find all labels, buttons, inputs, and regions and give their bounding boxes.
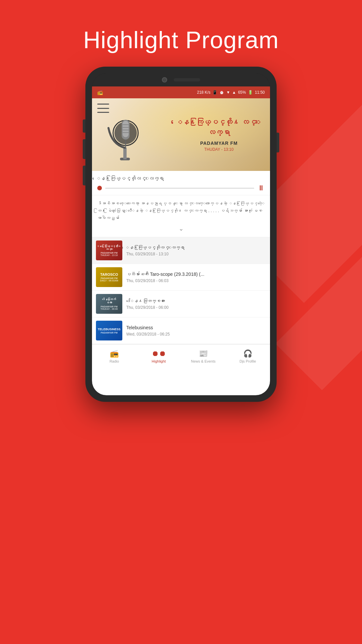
svg-rect-1 bbox=[123, 148, 127, 159]
program-info-4: Telebusiness Wed, 03/28/2018 - 06:25 bbox=[126, 325, 266, 337]
radio-status-icon: 📻 bbox=[97, 90, 103, 95]
volume-up-button bbox=[83, 119, 85, 133]
program-date-3: Thu, 03/29/2018 - 06:00 bbox=[126, 305, 266, 310]
menu-button[interactable] bbox=[97, 104, 109, 113]
thumb-time-1: THUDAY - 13:10 bbox=[101, 254, 118, 256]
thumb-label-4: TELEBUSINESS PADAMYAR FM bbox=[96, 321, 122, 340]
nav-item-news[interactable]: 📰 News & Events bbox=[181, 344, 226, 368]
alarm-icon: ⏰ bbox=[219, 90, 224, 95]
news-nav-icon: 📰 bbox=[199, 349, 208, 358]
program-date-4: Wed, 03/28/2018 - 06:25 bbox=[126, 332, 266, 337]
clock-time: 11:50 bbox=[255, 90, 265, 95]
program-item[interactable]: ေန႔ကြယ္ပြင္တို႔ လင္း PADAMYAR FM THUDAY … bbox=[92, 237, 270, 264]
program-date-1: Thu, 03/29/2018 - 13:10 bbox=[126, 252, 266, 256]
status-right: 218 K/s 📱 ⏰ ▼ ▲ 65% 🔋 11:50 bbox=[197, 90, 265, 95]
program-item[interactable]: TELEBUSINESS PADAMYAR FM Telebusiness We… bbox=[92, 317, 270, 344]
thumb-label-1: ေန႔ကြယ္ပြင္တို႔ လင္း PADAMYAR FM THUDAY … bbox=[96, 241, 122, 260]
hero-station-label: PADAMYAR FM bbox=[174, 141, 263, 146]
battery-icon: 🔋 bbox=[248, 90, 253, 95]
hero-text: ေန႔ကြယ္ပြင္တို႔ လင္းလက္ရာ PADAMYAR FM TH… bbox=[174, 117, 263, 152]
network-speed: 218 K/s bbox=[197, 90, 210, 95]
radio-nav-label: Radio bbox=[109, 359, 119, 363]
djs-nav-icon: 🎧 bbox=[243, 349, 252, 358]
program-thumbnail-4: TELEBUSINESS PADAMYAR FM bbox=[96, 321, 122, 340]
thumb-text-4: TELEBUSINESS bbox=[98, 328, 120, 331]
phone-top-bezel bbox=[92, 73, 270, 86]
program-date-2: Thu, 03/29/2018 - 06:03 bbox=[126, 278, 266, 283]
thumb-text-1: ေန႔ကြယ္ပြင္တို႔ လင္း bbox=[97, 245, 121, 251]
radio-nav-icon: 📻 bbox=[110, 349, 119, 358]
progress-bar[interactable] bbox=[105, 188, 254, 189]
thumb-station-4: PADAMYAR FM bbox=[101, 332, 117, 334]
svg-rect-5 bbox=[123, 121, 129, 137]
thumb-label-3: ဒိနေ့အတြက်စကား PADAMYAR FM THUDAY - 06:0… bbox=[96, 294, 122, 314]
program-name-1: ေန႔ကြယ္ပြင္တိုလင္းလက္ရာ bbox=[126, 244, 266, 250]
app-content: ေန႔ကြယ္ပြင္တို႔ လင္းလက္ရာ PADAMYAR FM TH… bbox=[92, 98, 270, 395]
program-name-4: Telebusiness bbox=[126, 325, 266, 331]
bottom-nav: 📻 Radio ⏺⏺ Highlight 📰 News & Events 🎧 D… bbox=[92, 344, 270, 368]
hero-banner: ေန႔ကြယ္ပြင္တို႔ လင္းလက္ရာ PADAMYAR FM TH… bbox=[92, 98, 270, 171]
player-title: ေန႔ကြယ္ပြင္တိုလင္းလက္ရာ bbox=[97, 176, 265, 181]
news-nav-label: News & Events bbox=[191, 359, 216, 363]
nav-item-highlight[interactable]: ⏺⏺ Highlight bbox=[136, 344, 181, 368]
thumb-station-3: PADAMYAR FM bbox=[101, 306, 117, 308]
expand-button[interactable]: ⌄ bbox=[97, 225, 265, 232]
program-thumbnail-2: TAROSCO PADAMYAR FM DAILY - 06:03AM bbox=[96, 267, 122, 287]
power-button bbox=[277, 133, 279, 152]
menu-line-3 bbox=[97, 112, 109, 113]
status-bar: 📻 218 K/s 📱 ⏰ ▼ ▲ 65% 🔋 11:50 bbox=[92, 86, 270, 98]
program-thumbnail-3: ဒိနေ့အတြက်စကား PADAMYAR FM THUDAY - 06:0… bbox=[96, 294, 122, 314]
bg-decoration-2 bbox=[275, 204, 362, 390]
program-thumbnail-1: ေန႔ကြယ္ပြင္တို႔ လင္း PADAMYAR FM THUDAY … bbox=[96, 241, 122, 260]
thumb-label-2: TAROSCO PADAMYAR FM DAILY - 06:03AM bbox=[96, 267, 122, 287]
volume-down-button bbox=[83, 139, 85, 159]
signal-icon: ▲ bbox=[232, 90, 236, 95]
description-text: ဒိအစိအစစ္ေလးကေတာ့ အနပညာရပ္ဝန္းမွာ လင္းလက… bbox=[97, 200, 265, 222]
menu-line-2 bbox=[97, 108, 109, 109]
front-camera bbox=[162, 77, 167, 82]
play-indicator bbox=[97, 186, 102, 190]
program-info-3: ဒိေန႔အတြက္စကားး Thu, 03/29/2018 - 06:00 bbox=[126, 298, 266, 310]
phone-frame: 📻 218 K/s 📱 ⏰ ▼ ▲ 65% 🔋 11:50 bbox=[85, 67, 277, 402]
djs-nav-label: Djs Profile bbox=[239, 359, 256, 363]
status-left: 📻 bbox=[97, 90, 103, 95]
thumb-text-3: ဒိနေ့အတြက်စကား bbox=[102, 298, 116, 305]
player-controls: ⏸ bbox=[97, 184, 265, 192]
program-list: ေန႔ကြယ္ပြင္တို႔ လင္း PADAMYAR FM THUDAY … bbox=[92, 237, 270, 344]
hero-schedule: THUDAY - 13:10 bbox=[174, 147, 263, 152]
program-info-1: ေန႔ကြယ္ပြင္တိုလင္းလက္ရာ Thu, 03/29/2018 … bbox=[126, 244, 266, 256]
program-item[interactable]: TAROSCO PADAMYAR FM DAILY - 06:03AM ပတၱမ… bbox=[92, 264, 270, 291]
program-name-2: ပတၱမ်ားႀကီး Taro-scope (29.3.2018) (... bbox=[126, 271, 266, 277]
pause-button[interactable]: ⏸ bbox=[257, 184, 265, 192]
program-info-2: ပတၱမ်ားႀကီး Taro-scope (29.3.2018) (... … bbox=[126, 271, 266, 283]
phone-screen: 📻 218 K/s 📱 ⏰ ▼ ▲ 65% 🔋 11:50 bbox=[92, 73, 270, 395]
nav-item-djs[interactable]: 🎧 Djs Profile bbox=[226, 344, 270, 368]
hero-myanmar-title: ေန႔ကြယ္ပြင္တို႔ လင္းလက္ရာ bbox=[174, 117, 263, 138]
earpiece-speaker bbox=[174, 78, 200, 81]
battery-percent: 65% bbox=[238, 90, 246, 95]
thumb-station-2: PADAMYAR FM bbox=[101, 277, 117, 279]
player-section: ေန႔ကြယ္ပြင္တိုလင္းလက္ရာ ⏸ bbox=[92, 171, 270, 195]
thumb-time-2: DAILY - 06:03AM bbox=[100, 279, 118, 282]
thumb-time-3: THUDAY - 06:00 bbox=[101, 308, 118, 310]
page-title: Highlight Program bbox=[83, 26, 279, 53]
program-name-3: ဒိေန႔အတြက္စကားး bbox=[126, 298, 266, 304]
thumb-text-2: TAROSCO bbox=[100, 273, 118, 276]
silent-button bbox=[83, 166, 85, 185]
wifi-icon: ▼ bbox=[226, 90, 230, 95]
phone-icon: 📱 bbox=[212, 90, 217, 95]
highlight-nav-icon: ⏺⏺ bbox=[152, 349, 166, 358]
thumb-station-1: PADAMYAR FM bbox=[101, 252, 117, 254]
program-item[interactable]: ဒိနေ့အတြက်စကား PADAMYAR FM THUDAY - 06:0… bbox=[92, 291, 270, 317]
nav-item-radio[interactable]: 📻 Radio bbox=[92, 344, 136, 368]
highlight-nav-label: Highlight bbox=[152, 359, 166, 363]
menu-line-1 bbox=[97, 104, 109, 105]
description-section: ဒိအစိအစစ္ေလးကေတာ့ အနပညာရပ္ဝန္းမွာ လင္းလက… bbox=[92, 195, 270, 237]
